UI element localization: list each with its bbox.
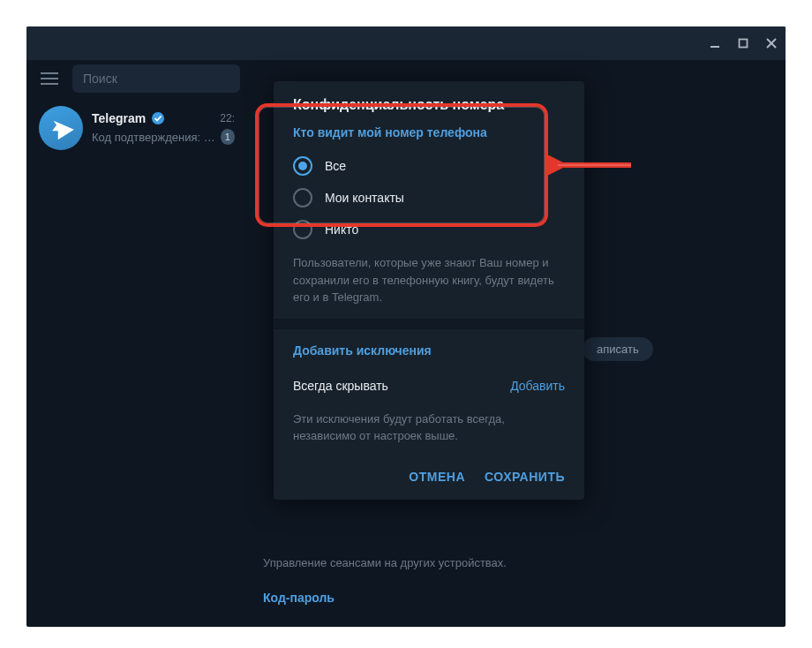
- search-placeholder: Поиск: [83, 72, 117, 86]
- chat-meta: Telegram 22: Код подтверждения: 69… 1: [92, 111, 235, 145]
- radio-label: Все: [325, 159, 346, 173]
- avatar: [39, 106, 83, 150]
- radio-nobody[interactable]: Никто: [293, 214, 565, 245]
- titlebar: [26, 26, 786, 60]
- bg-button-partial[interactable]: аписать: [583, 337, 653, 361]
- app-window: Поиск Telegram 22: Код подтверждения: 69…: [26, 26, 786, 627]
- svg-rect-1: [740, 40, 748, 48]
- sessions-note: Управление сеансами на других устройства…: [263, 556, 612, 569]
- exception-row[interactable]: Всегда скрывать Добавить: [293, 368, 565, 398]
- maximize-button[interactable]: [734, 34, 752, 52]
- exceptions-group: Добавить исключения Всегда скрывать Доба…: [274, 343, 584, 457]
- who-sees-group: Кто видит мой номер телефона Все Мои кон…: [274, 125, 584, 319]
- radio-icon: [293, 188, 312, 207]
- radio-icon: [293, 220, 312, 239]
- svg-point-7: [152, 112, 164, 124]
- radio-my-contacts[interactable]: Мои контакты: [293, 182, 565, 214]
- exception-label: Всегда скрывать: [293, 379, 388, 393]
- close-button[interactable]: [763, 34, 780, 52]
- radio-label: Никто: [325, 222, 358, 237]
- unread-badge: 1: [221, 129, 235, 145]
- radio-icon: [293, 156, 312, 176]
- exception-action: Добавить: [510, 379, 565, 393]
- group-note: Эти исключения будут работать всегда, не…: [293, 411, 565, 445]
- dialog-buttons: ОТМЕНА СОХРАНИТЬ: [274, 457, 584, 487]
- radio-label: Мои контакты: [325, 191, 404, 205]
- minimize-button[interactable]: [706, 34, 724, 52]
- save-button[interactable]: СОХРАНИТЬ: [485, 470, 565, 484]
- privacy-dialog: Конфиденциальность номера Кто видит мой …: [274, 81, 584, 500]
- group-title: Добавить исключения: [293, 343, 565, 358]
- chat-name: Telegram: [92, 111, 146, 125]
- minimize-icon: [710, 38, 720, 49]
- dialog-title: Конфиденциальность номера: [274, 81, 584, 125]
- chat-message: Код подтверждения: 69…: [92, 131, 215, 144]
- search-input[interactable]: Поиск: [72, 64, 240, 93]
- chat-list-item[interactable]: Telegram 22: Код подтверждения: 69… 1: [26, 97, 247, 159]
- group-title: Кто видит мой номер телефона: [293, 125, 565, 139]
- close-icon: [766, 38, 777, 49]
- telegram-plane-icon: [43, 110, 79, 146]
- maximize-icon: [738, 38, 748, 49]
- passcode-link[interactable]: Код-пароль: [263, 591, 612, 605]
- chat-time: 22:: [220, 112, 235, 124]
- menu-icon: [41, 72, 58, 85]
- verified-icon: [151, 111, 165, 125]
- group-note: Пользователи, которые уже знают Ваш номе…: [293, 254, 565, 306]
- cancel-button[interactable]: ОТМЕНА: [409, 470, 465, 484]
- stage: Поиск Telegram 22: Код подтверждения: 69…: [0, 0, 812, 648]
- divider: [274, 319, 584, 329]
- menu-button[interactable]: [39, 68, 60, 89]
- settings-section: Управление сеансами на других устройства…: [263, 556, 612, 605]
- radio-everybody[interactable]: Все: [293, 150, 565, 182]
